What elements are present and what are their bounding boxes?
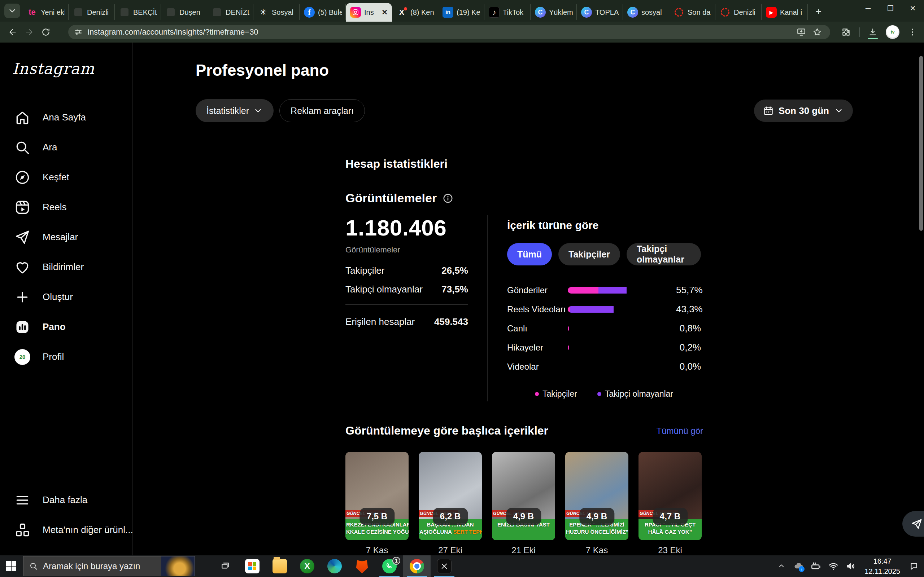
- filter-takip-iler[interactable]: Takipçiler: [558, 243, 620, 266]
- tab-search-button[interactable]: [4, 3, 20, 18]
- browser-tab[interactable]: f(5) Büle: [300, 4, 346, 20]
- sidebar-item-label: Ana Sayfa: [43, 112, 86, 123]
- restore-button[interactable]: ❐: [879, 0, 901, 16]
- app-file-explorer[interactable]: [266, 555, 294, 577]
- info-icon[interactable]: [443, 193, 453, 204]
- install-app-button[interactable]: [793, 24, 809, 40]
- browser-tab[interactable]: Denizli: [716, 4, 762, 20]
- browser-tab[interactable]: Düşen: [161, 4, 207, 20]
- wifi-icon[interactable]: [826, 555, 841, 577]
- content-card[interactable]: GÜNCEL HABER4,9 BENİZLİ BASINI YAST21 Ek…: [492, 452, 555, 555]
- system-tray: i 16:47 12.11.2025: [774, 555, 921, 577]
- browser-tab[interactable]: teYeni ekl: [23, 4, 69, 20]
- browser-tab[interactable]: ♪TikTok: [485, 4, 531, 20]
- whatsapp-badge: 1: [393, 557, 400, 565]
- chrome-icon: [410, 559, 424, 574]
- tab-close-icon[interactable]: ✕: [381, 8, 388, 16]
- content-thumbnail: GÜNCEL HABER4,9 BEPENEK “…LERİMİZİHUZURU…: [565, 452, 628, 540]
- browser-tab[interactable]: BEKÇİLE: [115, 4, 161, 20]
- taskbar-search[interactable]: Aramak için buraya yazın: [23, 556, 195, 576]
- browser-tab[interactable]: CTOPLA: [577, 4, 623, 20]
- sidebar-item-ana-sayfa[interactable]: Ana Sayfa: [0, 102, 133, 132]
- browser-tab[interactable]: Denizli: [69, 4, 115, 20]
- volume-icon[interactable]: [843, 555, 858, 577]
- ad-tools-button[interactable]: Reklam araçları: [279, 99, 365, 122]
- extensions-button[interactable]: [838, 24, 854, 40]
- close-button[interactable]: ✕: [901, 0, 924, 16]
- sidebar-item-bildirimler[interactable]: Bildirimler: [0, 252, 133, 282]
- onedrive-icon[interactable]: i: [792, 555, 806, 577]
- taskbar-clock[interactable]: 16:47 12.11.2025: [861, 556, 904, 576]
- content-card[interactable]: GÜNCEL HABER4,9 BEPENEK “…LERİMİZİHUZURU…: [565, 452, 628, 555]
- facebook-favicon-icon: f: [304, 7, 315, 18]
- reload-button[interactable]: [37, 24, 54, 40]
- app-capcut[interactable]: [431, 555, 458, 577]
- search-highlight-image[interactable]: [162, 556, 195, 576]
- sidebar-item-mesajlar[interactable]: Mesajlar: [0, 222, 133, 252]
- sidebar-item-reels[interactable]: Reels: [0, 192, 133, 222]
- browser-tab[interactable]: in(19) Ke: [438, 4, 485, 20]
- statistics-dropdown[interactable]: İstatistikler: [195, 99, 274, 122]
- task-view-button[interactable]: [215, 555, 235, 577]
- date-range-label: Son 30 gün: [779, 105, 829, 116]
- sidebar-item-ke-fet[interactable]: Keşfet: [0, 162, 133, 192]
- app-ms-store[interactable]: [239, 555, 266, 577]
- windows-taskbar: Aramak için buraya yazın X 1 i 16:47: [0, 555, 924, 577]
- tab-list: teYeni eklDenizliBEKÇİLEDüşenDENİZL✳Sosy…: [23, 3, 808, 22]
- bookmark-button[interactable]: [809, 24, 825, 40]
- sidebar-item-label: Bildirimler: [43, 261, 84, 272]
- sidebar-item-daha-fazla[interactable]: Daha fazla: [0, 485, 133, 515]
- new-tab-button[interactable]: +: [811, 5, 826, 18]
- tab-title: Ins: [364, 8, 378, 16]
- content-card[interactable]: GÜNCEL HABER7,5 BRKEZEFENDİ KADINLARIKKA…: [346, 452, 409, 555]
- sidebar-item-olu-tur[interactable]: Oluştur: [0, 282, 133, 312]
- browser-tab[interactable]: Son da: [669, 4, 716, 20]
- tray-chevron-button[interactable]: [774, 555, 789, 577]
- filter-takip-i-olmayanlar[interactable]: Takipçi olmayanlar: [627, 243, 701, 266]
- instagram-logo[interactable]: Instagram: [12, 60, 95, 77]
- app-xbox[interactable]: X: [294, 555, 321, 577]
- sidebar-item-meta-n-n-di-er-r-nl-[interactable]: Meta'nın diğer ürünl...: [0, 515, 133, 545]
- content-card[interactable]: GÜNCEL HABER6,2 BBAŞKAN …N'DANAŞIOĞLUNA …: [419, 452, 482, 555]
- sidebar-item-profil[interactable]: 20Profil: [0, 342, 133, 372]
- browser-tab[interactable]: CYüklem: [531, 4, 577, 20]
- app-whatsapp[interactable]: 1: [376, 555, 403, 577]
- browser-tab[interactable]: ▶Kanal i: [762, 4, 808, 20]
- browser-menu-button[interactable]: [905, 24, 921, 40]
- app-edge[interactable]: [321, 555, 348, 577]
- address-bar[interactable]: instagram.com/accounts/insights/?timefra…: [68, 25, 830, 39]
- sidebar-item-pano[interactable]: Pano: [0, 312, 133, 342]
- app-brave[interactable]: [348, 555, 376, 577]
- xbox-icon: X: [300, 559, 314, 574]
- browser-tab[interactable]: Ins✕: [346, 3, 392, 22]
- start-button[interactable]: [0, 555, 23, 577]
- plus-icon: [15, 289, 30, 305]
- site-favicon-icon: [73, 7, 84, 18]
- te-favicon-icon: te: [27, 7, 37, 18]
- browser-tab[interactable]: X(8) Ken: [392, 4, 438, 20]
- content-card[interactable]: GÜNCEL HABER4,7 BRPACI “…YIL GEÇTHÂLÂ GA…: [638, 452, 702, 555]
- forward-button[interactable]: [21, 24, 37, 40]
- action-center-button[interactable]: [907, 555, 921, 577]
- downloads-button[interactable]: [865, 24, 881, 40]
- page-scrollbar[interactable]: [919, 56, 923, 231]
- sidebar-item-ara[interactable]: Ara: [0, 132, 133, 162]
- date-range-button[interactable]: Son 30 gün: [754, 100, 853, 122]
- browser-profile-avatar[interactable]: tv: [886, 25, 900, 39]
- browser-tab[interactable]: DENİZL: [207, 4, 254, 20]
- app-chrome[interactable]: [403, 555, 431, 577]
- browser-tab[interactable]: ✳Sosyal: [254, 4, 300, 20]
- views-title-label: Görüntülemeler: [346, 191, 437, 205]
- minimize-button[interactable]: ─: [857, 0, 879, 16]
- battery-icon[interactable]: [809, 555, 823, 577]
- messenger-icon: [911, 518, 922, 530]
- back-button[interactable]: [4, 24, 21, 40]
- browser-tab[interactable]: Csosyal: [623, 4, 669, 20]
- legend-dot-icon: [597, 392, 601, 396]
- compass-icon: [15, 169, 30, 185]
- see-all-link[interactable]: Tümünü gör: [657, 426, 703, 436]
- tab-title: BEKÇİLE: [133, 8, 157, 16]
- messages-fab[interactable]: Mesajlar: [902, 511, 924, 537]
- filter-t-m-[interactable]: Tümü: [507, 243, 552, 266]
- content-date: 7 Kas: [346, 545, 409, 555]
